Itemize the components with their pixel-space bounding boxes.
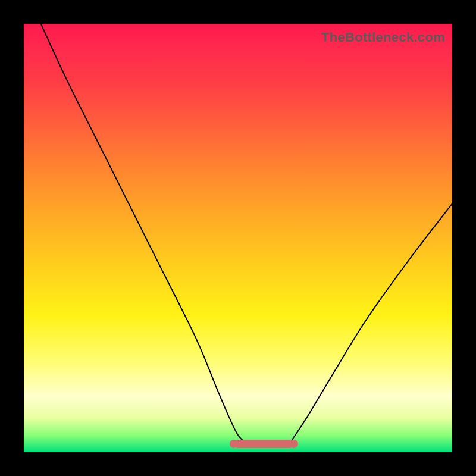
plot-area: TheBottleneck.com: [24, 24, 452, 452]
right-curve: [289, 203, 452, 443]
left-curve: [41, 24, 247, 444]
valley-marker: [234, 440, 294, 448]
chart-frame: TheBottleneck.com: [0, 0, 476, 476]
curve-layer: [24, 24, 452, 452]
